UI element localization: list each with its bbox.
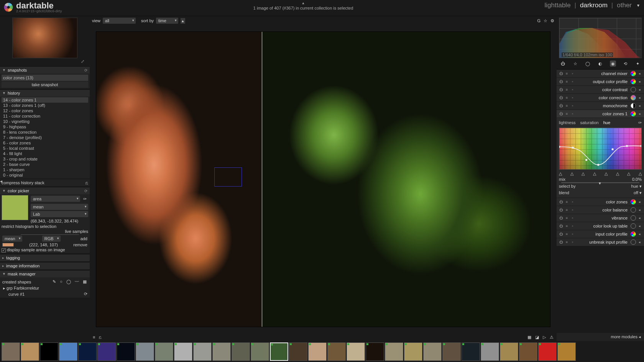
grouping-icon[interactable]: G <box>537 18 540 23</box>
cz-blend-value[interactable]: off ▾ <box>634 190 642 195</box>
module-instance-icon[interactable]: ▫ <box>570 216 575 220</box>
module-group-favorites-icon[interactable]: ☆ <box>572 61 578 67</box>
image-info-header[interactable]: ▸image information <box>0 262 90 269</box>
filmstrip-thumb[interactable] <box>289 342 307 361</box>
module-instance-icon[interactable]: ▫ <box>570 88 575 92</box>
circle-tool-icon[interactable]: ○ <box>60 279 62 284</box>
eyedropper-icon[interactable]: ✑ <box>82 197 88 201</box>
module-multi-icon[interactable]: ≡ <box>565 232 569 236</box>
filmstrip-thumb[interactable] <box>212 342 231 361</box>
module-instance-icon[interactable]: ▫ <box>570 232 575 236</box>
module-multi-icon[interactable]: ≡ <box>565 216 569 220</box>
styles-icon[interactable]: ⎌ <box>85 180 88 185</box>
navigator-expand-icon[interactable]: ⤢ <box>0 59 90 66</box>
module-multi-icon[interactable]: ≡ <box>565 208 569 212</box>
cz-select-value[interactable]: hue ▾ <box>631 184 642 189</box>
module-power-icon[interactable]: ⏻ <box>559 80 563 84</box>
filmstrip-thumb[interactable] <box>538 342 557 361</box>
filmstrip-thumb[interactable] <box>423 342 442 361</box>
picker-stat-select[interactable]: mean <box>31 204 88 210</box>
remove-sample-button[interactable]: remove <box>73 242 87 247</box>
module-instance-icon[interactable]: ▫ <box>570 104 575 108</box>
module-expand-icon[interactable]: ◂ <box>637 112 642 116</box>
module-power-icon[interactable]: ⏻ <box>559 96 563 100</box>
filmstrip-thumb[interactable] <box>251 342 269 361</box>
filmstrip-thumb[interactable] <box>270 342 288 361</box>
filmstrip-thumb[interactable] <box>500 342 518 361</box>
module-monochrome[interactable]: ⏻ ≡ ▫ monochrome ◂ <box>557 102 644 110</box>
tagging-header[interactable]: ▸tagging <box>0 254 90 261</box>
module-power-icon[interactable]: ⏻ <box>559 88 563 92</box>
module-power-icon[interactable]: ⏻ <box>559 200 563 204</box>
filmstrip-thumb[interactable] <box>462 342 480 361</box>
module-power-icon[interactable]: ⏻ <box>559 240 563 244</box>
module-power-icon[interactable]: ⏻ <box>559 208 563 212</box>
history-item[interactable]: 10 - vignetting <box>2 119 88 124</box>
module-multi-icon[interactable]: ≡ <box>565 224 569 228</box>
cz-tab-lightness[interactable]: lightness <box>559 120 575 125</box>
module-channel-mixer[interactable]: ⏻ ≡ ▫ channel mixer ◂ <box>557 70 644 77</box>
module-instance-icon[interactable]: ▫ <box>570 240 575 244</box>
module-expand-icon[interactable]: ◂ <box>637 80 642 84</box>
module-power-icon[interactable]: ⏻ <box>559 104 563 108</box>
picker-space-select[interactable]: Lab <box>31 211 88 217</box>
color-picker-rect[interactable] <box>214 167 242 187</box>
module-group-effect-icon[interactable]: ✦ <box>635 61 641 67</box>
filmstrip[interactable] <box>0 341 644 362</box>
module-color-balance[interactable]: ⏻ ≡ ▫ color balance ◂ <box>557 206 644 214</box>
history-item[interactable]: 12 - color zones <box>2 108 88 113</box>
module-group-tone-icon[interactable]: ◐ <box>597 61 603 67</box>
module-multi-icon[interactable]: ≡ <box>565 112 569 116</box>
colorpicker-header[interactable]: ▼color picker⟳ <box>0 187 90 194</box>
compress-history-button[interactable]: compress history stack <box>2 180 44 185</box>
filmstrip-thumb[interactable] <box>327 342 346 361</box>
filmstrip-thumb[interactable] <box>442 342 461 361</box>
raw-overexposed-icon[interactable]: ◪ <box>535 335 539 340</box>
restrict-histogram-label[interactable]: restrict histogram to selection <box>2 224 88 229</box>
gradient-tool-icon[interactable]: ▦ <box>83 279 87 284</box>
cz-tab-hue[interactable]: hue <box>603 120 610 125</box>
brush-tool-icon[interactable]: ✎ <box>53 279 56 284</box>
module-multi-icon[interactable]: ≡ <box>565 240 569 244</box>
history-item[interactable]: 2 - base curve <box>2 162 88 167</box>
module-expand-icon[interactable]: ◂ <box>637 200 642 204</box>
color-assessment-icon[interactable]: ▦ <box>527 335 531 340</box>
star-overlay-icon[interactable]: ☆ <box>544 18 547 23</box>
tab-darkroom[interactable]: darkroom <box>580 2 608 9</box>
module-instance-icon[interactable]: ▫ <box>570 72 575 76</box>
sample-space-select[interactable]: RGB <box>42 236 61 242</box>
mask-manager-header[interactable]: ▼mask manager <box>0 270 90 277</box>
filmstrip-thumb[interactable] <box>347 342 365 361</box>
module-expand-icon[interactable]: ◂ <box>637 208 642 212</box>
more-modules-button[interactable]: more modules ◂ <box>557 333 644 341</box>
module-color-contrast[interactable]: ⏻ ≡ ▫ color contrast ◂ <box>557 86 644 93</box>
history-item[interactable]: 6 - color zones <box>2 140 88 146</box>
module-power-icon[interactable]: ⏻ <box>559 224 563 228</box>
quick-access-icon[interactable]: ≡ <box>93 335 95 339</box>
display-samples-checkbox[interactable]: ✓ <box>2 248 6 252</box>
styles-shortcut-icon[interactable]: ⎌ <box>99 335 102 339</box>
module-color-look-up-table[interactable]: ⏻ ≡ ▫ color look up table ◂ <box>557 222 644 230</box>
history-item[interactable]: 8 - lens correction <box>2 129 88 135</box>
collapse-left-icon[interactable]: ◂ <box>0 179 2 184</box>
filmstrip-thumb[interactable] <box>404 342 422 361</box>
filmstrip-thumb[interactable] <box>481 342 499 361</box>
add-sample-button[interactable]: add <box>80 236 87 241</box>
filmstrip-thumb[interactable] <box>59 342 77 361</box>
filmstrip-thumb[interactable] <box>40 342 58 361</box>
module-expand-icon[interactable]: ◂ <box>637 72 642 76</box>
main-image-canvas[interactable] <box>96 31 550 327</box>
history-item[interactable]: 5 - local contrast <box>2 146 88 151</box>
module-power-icon[interactable]: ⏻ <box>559 232 563 236</box>
collapse-top-icon[interactable]: ▲ <box>62 2 545 5</box>
history-item[interactable]: 7 - denoise (profiled) <box>2 135 88 140</box>
snapshots-header[interactable]: ▼snapshots⟳ <box>0 66 90 74</box>
module-instance-icon[interactable]: ▫ <box>570 112 575 116</box>
history-item[interactable]: 9 - highpass <box>2 124 88 129</box>
preferences-icon[interactable]: ⚙ <box>550 18 554 23</box>
module-expand-icon[interactable]: ◂ <box>637 224 642 228</box>
sort-select[interactable]: time <box>156 18 178 24</box>
softproof-icon[interactable]: ▷ <box>543 335 546 340</box>
filmstrip-thumb[interactable] <box>136 342 154 361</box>
module-group-correct-icon[interactable]: ⟲ <box>622 61 628 67</box>
